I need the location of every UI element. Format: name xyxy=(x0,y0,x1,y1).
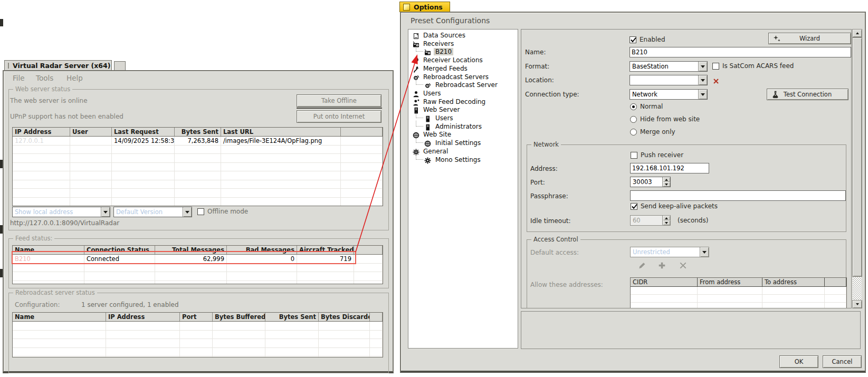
menu-item-file[interactable]: File xyxy=(13,74,25,82)
sidebar-item-rebroadcast-server[interactable]: Rebroadcast Server xyxy=(408,81,518,89)
column-header-user[interactable]: User xyxy=(70,128,112,136)
stepper-up-icon[interactable] xyxy=(663,177,670,182)
column-header-connection-status[interactable]: Connection Status xyxy=(84,246,155,254)
column-header-bytes-sent[interactable]: Bytes Sent xyxy=(265,313,319,321)
column-header-port[interactable]: Port xyxy=(180,313,213,321)
table-cell xyxy=(354,272,383,281)
put-onto-internet-button[interactable]: Put onto Internet xyxy=(297,110,381,123)
scroll-up-icon[interactable] xyxy=(852,29,862,37)
push-receiver-checkbox[interactable] xyxy=(631,152,637,159)
table-cell xyxy=(70,146,112,154)
column-header-name[interactable]: Name xyxy=(13,246,84,254)
vrs-window-title-tab[interactable]: Virtual Radar Server (x64) xyxy=(4,60,112,71)
keepalive-label: Send keep-alive packets xyxy=(641,202,718,210)
location-combo[interactable] xyxy=(629,75,708,85)
column-header-bytes-sent[interactable]: Bytes Sent xyxy=(175,128,221,136)
column-header-last-url[interactable]: Last URL xyxy=(221,128,341,136)
sidebar-item-data-sources[interactable]: Data Sources xyxy=(408,31,518,40)
address-field[interactable]: 192.168.101.192 xyxy=(630,163,709,173)
sidebar-item-general[interactable]: General xyxy=(408,147,518,156)
test-connection-button[interactable]: Test Connection xyxy=(767,89,848,100)
chevron-down-icon[interactable] xyxy=(698,62,707,71)
column-header-total-messages[interactable]: Total Messages xyxy=(155,246,227,254)
keepalive-checkbox[interactable] xyxy=(631,203,637,210)
radio-hide-from-web-site[interactable] xyxy=(630,116,637,123)
settings-scrollbar[interactable] xyxy=(852,29,862,308)
table-cell xyxy=(370,356,383,357)
offline-mode-checkbox[interactable] xyxy=(197,208,204,215)
table-cell xyxy=(221,171,341,180)
local-address-combo[interactable]: Show local address xyxy=(12,207,110,217)
column-header-ip-address[interactable]: IP Address xyxy=(13,128,70,136)
user-icon xyxy=(413,90,419,96)
name-field[interactable]: B210 xyxy=(629,47,851,57)
scroll-down-icon[interactable] xyxy=(852,300,862,308)
table-row[interactable]: B210Connected62,9990719 xyxy=(13,255,383,264)
sidebar-item-web-site[interactable]: Web Site xyxy=(408,130,518,139)
address-label: Address: xyxy=(530,165,558,172)
location-icon xyxy=(413,56,419,63)
take-offline-button[interactable]: Take Offline xyxy=(297,94,381,107)
column-header-bad-messages[interactable]: Bad Messages xyxy=(227,246,297,254)
chevron-down-icon[interactable] xyxy=(183,207,192,217)
column-header-name[interactable]: Name xyxy=(13,313,106,321)
table-cell xyxy=(227,264,297,272)
chevron-down-icon[interactable] xyxy=(698,90,707,99)
column-header-to-address[interactable]: To address xyxy=(762,278,825,286)
sidebar-item-b210[interactable]: B210 xyxy=(408,47,518,56)
sidebar-item-initial-settings[interactable]: Initial Settings xyxy=(408,139,518,147)
sidebar-item-merged-feeds[interactable]: Merged Feeds xyxy=(408,64,518,73)
radio-merge-only[interactable] xyxy=(630,129,637,136)
options-window-title-tab[interactable]: Options xyxy=(399,2,450,12)
cancel-button[interactable]: Cancel xyxy=(823,355,862,368)
table-cell xyxy=(106,331,180,339)
sidebar-item-rebroadcast-servers[interactable]: Rebroadcast Servers xyxy=(408,73,518,81)
sidebar-item-web-server[interactable]: Web Server xyxy=(408,105,518,114)
radio-normal[interactable] xyxy=(630,103,637,110)
wizard-button[interactable]: Wizard xyxy=(768,33,851,44)
sidebar-item-raw-feed-decoding[interactable]: Raw Feed Decoding xyxy=(408,98,518,106)
vrs-menubar: FileToolsHelp xyxy=(4,74,393,83)
column-header-cidr[interactable]: CIDR xyxy=(631,278,698,286)
port-stepper[interactable]: 30003 xyxy=(630,177,671,187)
default-access-combo-value: Unrestricted xyxy=(633,248,670,256)
radio-label: Merge only xyxy=(640,128,675,136)
passphrase-field[interactable] xyxy=(630,190,846,201)
sidebar-item-users[interactable]: Users xyxy=(408,114,518,122)
receiver-settings-panel: Enabled Wizard Name: B210 Format: BaseSt… xyxy=(521,29,852,308)
server-icon xyxy=(424,123,431,130)
column-header-last-request[interactable]: Last Request xyxy=(112,128,175,136)
enabled-checkbox[interactable] xyxy=(629,36,636,43)
connection-type-combo-value: Network xyxy=(632,91,657,98)
stepper-down-icon[interactable] xyxy=(663,182,670,187)
sidebar-item-administrators[interactable]: Administrators xyxy=(408,122,518,131)
table-cell xyxy=(155,272,227,281)
table-row xyxy=(631,295,846,303)
sidebar-item-receivers[interactable]: Receivers xyxy=(408,40,518,48)
sidebar-item-receiver-locations[interactable]: Receiver Locations xyxy=(408,56,518,64)
idle-timeout-value: 60 xyxy=(633,217,641,224)
chevron-down-icon[interactable] xyxy=(101,207,110,217)
radio-label: Hide from web site xyxy=(640,115,700,123)
column-header-ip-address[interactable]: IP Address xyxy=(106,313,180,321)
menu-item-help[interactable]: Help xyxy=(66,74,83,82)
configuration-value: 1 server configured, 1 enabled xyxy=(81,301,179,308)
ok-button[interactable]: OK xyxy=(779,355,818,368)
format-combo[interactable]: BaseStation xyxy=(629,61,708,72)
column-header-bytes-discarded[interactable]: Bytes Discarded xyxy=(319,313,370,321)
table-row[interactable]: 127.0.0.114/09/2025 12:58:37,263,848/ima… xyxy=(13,137,383,146)
satcom-acars-checkbox[interactable] xyxy=(712,63,719,70)
column-header-from-address[interactable]: From address xyxy=(698,278,762,286)
connection-type-combo[interactable]: Network xyxy=(629,89,708,100)
scrollbar-thumb[interactable] xyxy=(852,37,862,277)
table-cell xyxy=(13,331,106,339)
table-cell xyxy=(112,189,175,197)
table-cell xyxy=(13,322,106,330)
menu-item-tools[interactable]: Tools xyxy=(36,74,53,82)
chevron-down-icon[interactable] xyxy=(698,75,707,85)
column-header-bytes-buffered[interactable]: Bytes Buffered xyxy=(213,313,265,321)
sidebar-item-users[interactable]: Users xyxy=(408,89,518,98)
sidebar-item-mono-settings[interactable]: Mono Settings xyxy=(408,156,518,164)
column-header-aircraft-tracked[interactable]: Aircraft Tracked xyxy=(297,246,354,254)
default-version-combo[interactable]: Default Version xyxy=(113,207,192,217)
